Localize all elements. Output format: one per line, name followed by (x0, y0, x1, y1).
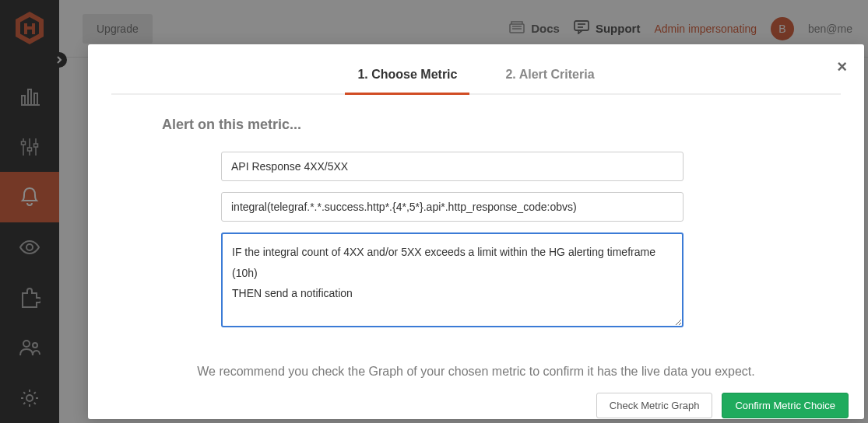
tab-choose-metric[interactable]: 1. Choose Metric (345, 68, 469, 95)
modal-close-button[interactable]: × (837, 58, 847, 75)
tab-alert-criteria[interactable]: 2. Alert Criteria (493, 68, 606, 95)
close-icon: × (837, 57, 847, 76)
check-metric-graph-button[interactable]: Check Metric Graph (596, 393, 713, 418)
confirm-metric-choice-button[interactable]: Confirm Metric Choice (722, 393, 849, 418)
modal-subtitle: Alert on this metric... (162, 117, 790, 133)
metric-name-input[interactable] (221, 152, 684, 181)
modal-footer: Check Metric Graph Confirm Metric Choice (88, 379, 864, 423)
choose-metric-modal: × 1. Choose Metric 2. Alert Criteria Ale… (88, 44, 864, 419)
metric-query-input[interactable] (221, 192, 684, 222)
alert-description-textarea[interactable] (221, 232, 684, 327)
recommend-text: We recommend you check the Graph of your… (162, 365, 790, 379)
modal-tabs: 1. Choose Metric 2. Alert Criteria (111, 44, 841, 95)
